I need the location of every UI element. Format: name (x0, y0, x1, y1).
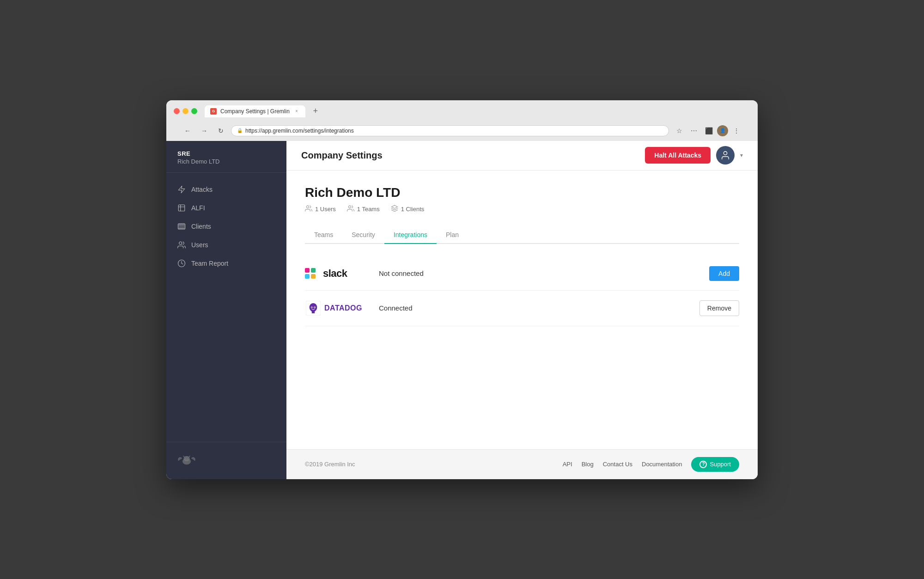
svg-point-1 (179, 242, 182, 244)
toolbar-actions: ☆ ⋯ ⬛ 👤 ⋮ (673, 124, 743, 137)
support-icon: ? (699, 461, 707, 468)
footer-link-api[interactable]: API (563, 461, 572, 468)
slack-logo-container: slack (305, 268, 347, 280)
attacks-icon (177, 185, 186, 194)
gremlin-icon (177, 451, 196, 470)
svg-point-8 (188, 458, 188, 459)
browser-chrome: G Company Settings | Gremlin × + ← → ↻ 🔒… (166, 100, 758, 141)
teams-stat: 1 Teams (347, 205, 380, 213)
sidebar-nav: Attacks ALFI (166, 173, 286, 442)
integration-row-slack: slack Not connected Add (305, 257, 739, 291)
maximize-traffic-light[interactable] (191, 108, 197, 114)
tab-security[interactable]: Security (342, 226, 384, 244)
traffic-lights (174, 108, 197, 114)
support-label: Support (710, 461, 731, 468)
halt-all-attacks-button[interactable]: Halt All Attacks (645, 147, 711, 164)
slack-add-button[interactable]: Add (709, 266, 739, 281)
sidebar-label-clients: Clients (191, 223, 211, 230)
profile-avatar-img: 👤 (717, 125, 728, 136)
browser-titlebar: G Company Settings | Gremlin × + (174, 105, 750, 118)
close-traffic-light[interactable] (174, 108, 180, 114)
sidebar-item-team-report[interactable]: Team Report (166, 254, 286, 273)
browser-tab[interactable]: G Company Settings | Gremlin × (205, 105, 305, 117)
clients-stat: 1 Clients (391, 205, 425, 213)
datadog-text: DATADOG (324, 304, 362, 312)
users-count: 1 Users (315, 206, 336, 213)
bookmark-btn[interactable]: ☆ (673, 124, 686, 137)
cast-btn[interactable]: ⬛ (702, 124, 715, 137)
sidebar-item-attacks[interactable]: Attacks (166, 180, 286, 199)
tabs-nav: Teams Security Integrations Plan (305, 226, 739, 244)
user-avatar[interactable] (716, 146, 735, 165)
new-tab-btn[interactable]: + (309, 105, 322, 118)
address-bar[interactable]: 🔒 https://app.gremlin.com/settings/integ… (231, 125, 669, 136)
svg-point-15 (311, 307, 312, 308)
tab-close-btn[interactable]: × (293, 108, 300, 115)
users-stat: 1 Users (305, 205, 336, 213)
sidebar-org-label: SRE (177, 150, 275, 157)
profile-avatar-btn[interactable]: 👤 (717, 125, 728, 136)
integration-row-datadog: DATADOG Connected Remove (305, 291, 739, 326)
tab-plan[interactable]: Plan (437, 226, 468, 244)
forward-btn[interactable]: → (198, 124, 211, 137)
slack-action: Add (709, 266, 739, 281)
sidebar-label-team-report: Team Report (191, 260, 228, 267)
clients-stat-icon (391, 205, 398, 213)
alfi-icon (177, 204, 186, 212)
tab-favicon: G (210, 108, 217, 115)
slack-logo: slack (305, 268, 379, 280)
sidebar-label-alfi: ALFI (191, 204, 205, 212)
sidebar-label-attacks: Attacks (191, 186, 213, 193)
sidebar-item-alfi[interactable]: ALFI (166, 199, 286, 217)
datadog-remove-button[interactable]: Remove (699, 300, 739, 316)
sidebar-item-clients[interactable]: Clients (166, 217, 286, 236)
users-stat-icon (305, 205, 312, 213)
footer-link-docs[interactable]: Documentation (642, 461, 682, 468)
slack-status: Not connected (379, 269, 709, 277)
menu-btn[interactable]: ⋮ (730, 124, 743, 137)
sidebar-label-users: Users (191, 241, 208, 249)
svg-point-11 (348, 206, 351, 208)
datadog-logo: DATADOG (305, 300, 379, 317)
company-stats: 1 Users 1 Teams (305, 205, 739, 213)
sidebar-item-users[interactable]: Users (166, 236, 286, 254)
sidebar-header: SRE Rich Demo LTD (166, 141, 286, 173)
content-inner: Rich Demo LTD 1 Users (286, 171, 758, 449)
header-actions: Halt All Attacks ▾ (645, 146, 743, 165)
sidebar-footer (166, 442, 286, 479)
datadog-status: Connected (379, 304, 699, 312)
svg-point-9 (723, 152, 727, 155)
teams-count: 1 Teams (357, 206, 380, 213)
integration-list: slack Not connected Add (305, 257, 739, 326)
datadog-logo-container: DATADOG (305, 300, 362, 317)
footer-link-contact[interactable]: Contact Us (603, 461, 632, 468)
users-icon (177, 241, 186, 249)
tab-title: Company Settings | Gremlin (220, 108, 290, 115)
slack-text: slack (323, 268, 347, 280)
footer-links: API Blog Contact Us Documentation ? Supp… (563, 457, 739, 472)
url-text: https://app.gremlin.com/settings/integra… (245, 128, 354, 134)
app-footer: ©2019 Gremlin Inc API Blog Contact Us Do… (286, 449, 758, 479)
datadog-icon (305, 300, 322, 317)
teams-stat-icon (347, 205, 354, 213)
footer-link-blog[interactable]: Blog (582, 461, 594, 468)
sidebar-org-name: Rich Demo LTD (177, 158, 275, 165)
sidebar: SRE Rich Demo LTD Attacks (166, 141, 286, 479)
minimize-traffic-light[interactable] (182, 108, 188, 114)
company-name: Rich Demo LTD (305, 185, 739, 200)
tab-integrations[interactable]: Integrations (384, 226, 437, 244)
clients-count: 1 Clients (401, 206, 425, 213)
content-area: Rich Demo LTD 1 Users (286, 171, 758, 449)
main-content: Company Settings Halt All Attacks ▾ Rich… (286, 141, 758, 479)
team-report-icon (177, 259, 186, 268)
app-layout: SRE Rich Demo LTD Attacks (166, 141, 758, 479)
datadog-action: Remove (699, 300, 739, 316)
back-btn[interactable]: ← (181, 124, 194, 137)
lock-icon: 🔒 (237, 128, 243, 133)
support-button[interactable]: ? Support (691, 457, 739, 472)
tab-teams[interactable]: Teams (305, 226, 342, 244)
copyright: ©2019 Gremlin Inc (305, 461, 355, 468)
user-menu-chevron[interactable]: ▾ (740, 152, 743, 158)
extensions-btn[interactable]: ⋯ (687, 124, 700, 137)
reload-btn[interactable]: ↻ (214, 124, 227, 137)
